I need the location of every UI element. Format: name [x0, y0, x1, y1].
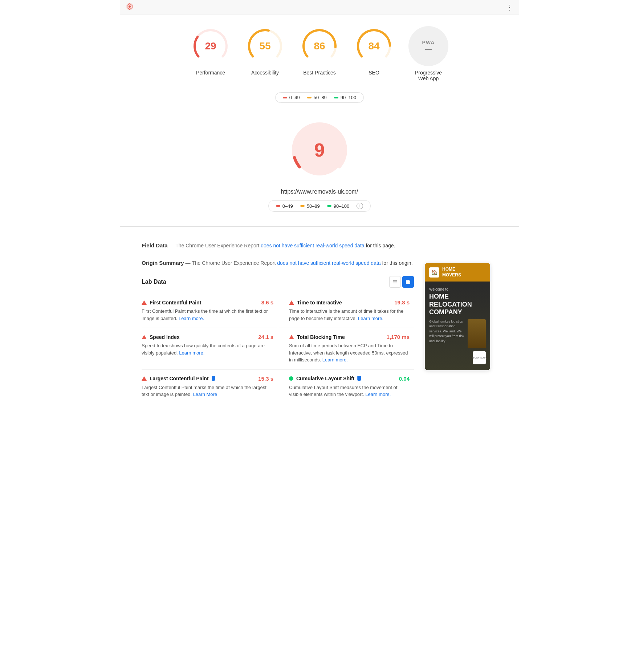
score-item-performance: 29 Performance: [191, 26, 231, 76]
top-bar: ⋮: [120, 0, 519, 15]
metric-value: 8.6 s: [261, 299, 273, 305]
legend-dot-high: [334, 97, 338, 98]
lab-data-section: Lab Data: [142, 276, 414, 404]
metric-desc: Sum of all time periods between FCP and …: [289, 342, 410, 364]
metric-header: First Contentful Paint 8.6 s: [142, 299, 273, 305]
preview-bottom: reCAPTCHA: [429, 351, 486, 364]
metric-item-largest-contentful-paint: Largest Contentful Paint 15.3 s Largest …: [142, 370, 278, 404]
main-content: Field Data — The Chrome User Experience …: [120, 234, 519, 412]
bookmark-icon: [357, 376, 361, 381]
metric-value: 0.04: [399, 376, 410, 382]
metric-item-first-contentful-paint: First Contentful Paint 8.6 s First Conte…: [142, 294, 278, 328]
preview-card: 🏠 HOME MOVERS Welcome to HOME RELOCATION…: [425, 263, 490, 370]
metric-name: Speed Index: [150, 334, 179, 340]
scores-section: 29 Performance 55 Accessibility: [120, 15, 519, 89]
legend-item-mid: 50–89: [307, 95, 327, 100]
bookmark-icon: [212, 376, 215, 381]
legend-bar: 0–49 50–89 90–100: [120, 92, 519, 103]
warning-icon: [142, 300, 147, 305]
preview-logo-icon: 🏠: [429, 267, 439, 278]
score-item-best-practices: 86 Best Practices: [300, 26, 339, 76]
preview-welcome: Welcome to: [429, 287, 486, 291]
legend-range-mid: 50–89: [314, 95, 327, 100]
origin-summary-title: Origin Summary: [142, 260, 184, 266]
metric-item-time-to-interactive: Time to Interactive 19.8 s Time to inter…: [278, 294, 414, 328]
preview-brand-line1: HOME: [442, 267, 461, 272]
big-score-gauge: 9: [287, 117, 352, 183]
legend2-dot-mid: [300, 205, 305, 207]
origin-summary-link[interactable]: does not have sufficient real-world spee…: [277, 260, 380, 266]
gauge-0: 29: [191, 26, 231, 66]
metric-header: Largest Contentful Paint 15.3 s: [142, 376, 273, 382]
field-data-section: Field Data — The Chrome User Experience …: [142, 241, 414, 250]
metric-header: Total Blocking Time 1,170 ms: [289, 334, 410, 340]
metric-value: 15.3 s: [258, 376, 273, 382]
metric-item-cumulative-layout-shift: Cumulative Layout Shift 0.04 Cumulative …: [278, 370, 414, 404]
metric-name: Largest Contentful Paint: [150, 376, 209, 381]
preview-brand-line2: MOVERS: [442, 272, 461, 278]
recaptcha-badge: reCAPTCHA: [473, 351, 486, 364]
legend2-item-low: 0–49: [276, 203, 293, 209]
field-data-link[interactable]: does not have sufficient real-world spee…: [261, 243, 364, 248]
dot-green-icon: [289, 376, 293, 381]
pwa-gauge: PWA —: [408, 26, 448, 66]
origin-summary-text2: for this origin.: [381, 260, 413, 266]
origin-summary-dash: — The Chrome User Experience Report: [186, 260, 277, 266]
preview-brand: HOME MOVERS: [442, 267, 461, 278]
svg-rect-8: [406, 282, 408, 284]
metric-name: Time to Interactive: [297, 300, 342, 305]
preview-title: HOME RELOCATION COMPANY: [429, 293, 486, 316]
metric-desc: Speed Index shows how quickly the conten…: [142, 342, 273, 356]
origin-summary-section: Origin Summary — The Chrome User Experie…: [142, 259, 414, 267]
legend-range-low: 0–49: [289, 95, 300, 100]
svg-rect-9: [408, 282, 410, 284]
preview-subtitle: Global turnkey logistics and transportat…: [429, 319, 465, 344]
metric-desc: Largest Contentful Paint marks the time …: [142, 384, 273, 398]
metric-learn-more-link[interactable]: Learn more.: [322, 357, 348, 363]
legend2-dot-low: [276, 205, 280, 207]
metric-header: Cumulative Layout Shift 0.04: [289, 376, 410, 382]
field-data-title: Field Data: [142, 242, 168, 248]
metric-learn-more-link[interactable]: Learn more.: [358, 316, 383, 321]
metric-learn-more-link[interactable]: Learn more.: [179, 350, 204, 356]
menu-icon[interactable]: ⋮: [506, 3, 513, 12]
section-divider: [120, 226, 519, 227]
metric-header: Time to Interactive 19.8 s: [289, 299, 410, 305]
metric-header: Speed Index 24.1 s: [142, 334, 273, 340]
lab-data-header: Lab Data: [142, 276, 414, 288]
legend-bar2: 0–49 50–89 90–100 i: [268, 200, 371, 212]
info-icon[interactable]: i: [357, 203, 363, 209]
metric-learn-more-link[interactable]: Learn More: [193, 392, 217, 397]
metric-item-speed-index: Speed Index 24.1 s Speed Index shows how…: [142, 328, 278, 370]
metric-name: Cumulative Layout Shift: [296, 376, 354, 381]
score-item-progressive-web-app: PWA — Progressive Web App: [408, 26, 448, 81]
site-url: https://www.removals-uk.com/: [281, 189, 358, 195]
metric-value: 24.1 s: [258, 334, 273, 340]
warning-icon: [289, 335, 294, 339]
legend-dot-mid: [307, 97, 312, 98]
legend2-item-mid: 50–89: [300, 203, 320, 209]
big-score-number: 9: [314, 139, 325, 161]
gauge-1: 55: [245, 26, 285, 66]
score-item-accessibility: 55 Accessibility: [245, 26, 285, 76]
metric-value: 19.8 s: [394, 299, 410, 305]
metric-name: First Contentful Paint: [150, 300, 201, 305]
list-view-button[interactable]: [389, 276, 401, 288]
metric-value: 1,170 ms: [387, 334, 410, 340]
metric-name: Total Blocking Time: [297, 334, 345, 340]
legend2-dot-high: [327, 205, 331, 207]
app-logo: [126, 3, 134, 12]
metric-item-total-blocking-time: Total Blocking Time 1,170 ms Sum of all …: [278, 328, 414, 370]
metric-desc: Time to interactive is the amount of tim…: [289, 308, 410, 322]
left-content: Field Data — The Chrome User Experience …: [142, 241, 425, 404]
metric-desc: Cumulative Layout Shift measures the mov…: [289, 384, 410, 398]
metric-learn-more-link[interactable]: Learn more.: [179, 316, 204, 321]
lab-data-title: Lab Data: [142, 279, 166, 285]
warning-icon: [142, 335, 147, 339]
right-preview: 🏠 HOME MOVERS Welcome to HOME RELOCATION…: [425, 241, 497, 404]
legend-item-high: 90–100: [334, 95, 356, 100]
legend2-range-high: 90–100: [334, 203, 349, 209]
metric-learn-more-link[interactable]: Learn more.: [365, 392, 391, 397]
detail-view-button[interactable]: [402, 276, 414, 288]
svg-point-1: [129, 5, 131, 8]
